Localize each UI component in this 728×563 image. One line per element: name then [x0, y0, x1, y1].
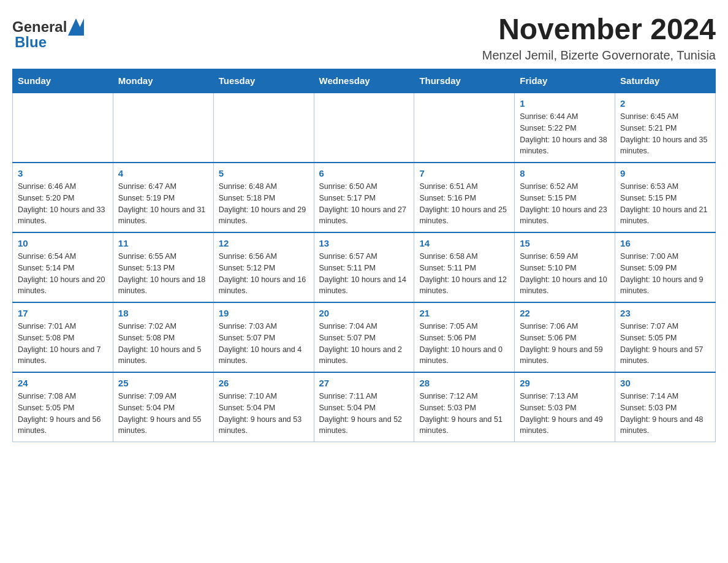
calendar-cell: 9Sunrise: 6:53 AM Sunset: 5:15 PM Daylig…: [615, 163, 716, 232]
day-number: 8: [520, 168, 610, 178]
calendar-day-header: Wednesday: [314, 69, 414, 93]
calendar-day-header: Friday: [515, 69, 615, 93]
calendar-cell: [314, 93, 414, 163]
logo-blue-text: Blue: [15, 34, 47, 50]
logo-general-text: General: [12, 19, 67, 35]
day-info: Sunrise: 7:06 AM Sunset: 5:06 PM Dayligh…: [520, 321, 610, 367]
day-number: 10: [18, 238, 108, 248]
day-info: Sunrise: 7:00 AM Sunset: 5:09 PM Dayligh…: [620, 251, 710, 297]
day-info: Sunrise: 7:02 AM Sunset: 5:08 PM Dayligh…: [118, 321, 208, 367]
calendar-cell: 22Sunrise: 7:06 AM Sunset: 5:06 PM Dayli…: [515, 302, 615, 372]
calendar-day-header: Thursday: [414, 69, 515, 93]
day-number: 6: [319, 168, 409, 178]
calendar-cell: 23Sunrise: 7:07 AM Sunset: 5:05 PM Dayli…: [615, 302, 716, 372]
day-number: 13: [319, 238, 409, 248]
day-number: 27: [319, 378, 409, 388]
day-number: 23: [620, 308, 710, 318]
day-number: 20: [319, 308, 409, 318]
calendar-cell: 1Sunrise: 6:44 AM Sunset: 5:22 PM Daylig…: [515, 93, 615, 163]
day-info: Sunrise: 6:51 AM Sunset: 5:16 PM Dayligh…: [419, 181, 509, 227]
calendar-cell: 7Sunrise: 6:51 AM Sunset: 5:16 PM Daylig…: [414, 163, 515, 232]
logo: General Blue: [12, 18, 84, 50]
day-info: Sunrise: 6:50 AM Sunset: 5:17 PM Dayligh…: [319, 181, 409, 227]
day-number: 28: [419, 378, 509, 388]
day-info: Sunrise: 7:09 AM Sunset: 5:04 PM Dayligh…: [118, 391, 208, 437]
day-number: 9: [620, 168, 710, 178]
day-number: 18: [118, 308, 208, 318]
calendar-cell: [213, 93, 314, 163]
calendar-cell: 27Sunrise: 7:11 AM Sunset: 5:04 PM Dayli…: [314, 372, 414, 442]
calendar-week-row: 24Sunrise: 7:08 AM Sunset: 5:05 PM Dayli…: [13, 372, 716, 442]
day-info: Sunrise: 6:53 AM Sunset: 5:15 PM Dayligh…: [620, 181, 710, 227]
calendar-cell: 4Sunrise: 6:47 AM Sunset: 5:19 PM Daylig…: [113, 163, 213, 232]
day-number: 14: [419, 238, 509, 248]
day-number: 26: [219, 378, 309, 388]
day-number: 12: [219, 238, 309, 248]
page-subtitle: Menzel Jemil, Bizerte Governorate, Tunis…: [482, 48, 716, 63]
day-info: Sunrise: 6:59 AM Sunset: 5:10 PM Dayligh…: [520, 251, 610, 297]
calendar-week-row: 17Sunrise: 7:01 AM Sunset: 5:08 PM Dayli…: [13, 302, 716, 372]
day-number: 11: [118, 238, 208, 248]
calendar-cell: [414, 93, 515, 163]
day-info: Sunrise: 7:01 AM Sunset: 5:08 PM Dayligh…: [18, 321, 108, 367]
calendar-cell: 3Sunrise: 6:46 AM Sunset: 5:20 PM Daylig…: [13, 163, 113, 232]
day-info: Sunrise: 7:14 AM Sunset: 5:03 PM Dayligh…: [620, 391, 710, 437]
logo-triangle-icon: [68, 18, 84, 36]
calendar-day-header: Sunday: [13, 69, 113, 93]
day-number: 22: [520, 308, 610, 318]
calendar-cell: 19Sunrise: 7:03 AM Sunset: 5:07 PM Dayli…: [213, 302, 314, 372]
day-number: 24: [18, 378, 108, 388]
day-info: Sunrise: 7:11 AM Sunset: 5:04 PM Dayligh…: [319, 391, 409, 437]
day-info: Sunrise: 6:46 AM Sunset: 5:20 PM Dayligh…: [18, 181, 108, 227]
calendar-cell: 30Sunrise: 7:14 AM Sunset: 5:03 PM Dayli…: [615, 372, 716, 442]
calendar-cell: 18Sunrise: 7:02 AM Sunset: 5:08 PM Dayli…: [113, 302, 213, 372]
calendar-cell: 12Sunrise: 6:56 AM Sunset: 5:12 PM Dayli…: [213, 232, 314, 302]
day-info: Sunrise: 7:04 AM Sunset: 5:07 PM Dayligh…: [319, 321, 409, 367]
day-info: Sunrise: 6:48 AM Sunset: 5:18 PM Dayligh…: [219, 181, 309, 227]
day-info: Sunrise: 7:10 AM Sunset: 5:04 PM Dayligh…: [219, 391, 309, 437]
calendar-cell: 16Sunrise: 7:00 AM Sunset: 5:09 PM Dayli…: [615, 232, 716, 302]
day-number: 3: [18, 168, 108, 178]
calendar-cell: 20Sunrise: 7:04 AM Sunset: 5:07 PM Dayli…: [314, 302, 414, 372]
day-number: 17: [18, 308, 108, 318]
calendar-day-header: Saturday: [615, 69, 716, 93]
calendar-table: SundayMondayTuesdayWednesdayThursdayFrid…: [12, 69, 716, 442]
day-info: Sunrise: 6:45 AM Sunset: 5:21 PM Dayligh…: [620, 111, 710, 157]
day-info: Sunrise: 6:55 AM Sunset: 5:13 PM Dayligh…: [118, 251, 208, 297]
calendar-cell: [13, 93, 113, 163]
day-info: Sunrise: 7:05 AM Sunset: 5:06 PM Dayligh…: [419, 321, 509, 367]
calendar-cell: 26Sunrise: 7:10 AM Sunset: 5:04 PM Dayli…: [213, 372, 314, 442]
day-number: 16: [620, 238, 710, 248]
day-info: Sunrise: 7:03 AM Sunset: 5:07 PM Dayligh…: [219, 321, 309, 367]
calendar-cell: 24Sunrise: 7:08 AM Sunset: 5:05 PM Dayli…: [13, 372, 113, 442]
calendar-cell: 13Sunrise: 6:57 AM Sunset: 5:11 PM Dayli…: [314, 232, 414, 302]
day-number: 4: [118, 168, 208, 178]
day-info: Sunrise: 6:54 AM Sunset: 5:14 PM Dayligh…: [18, 251, 108, 297]
day-info: Sunrise: 6:56 AM Sunset: 5:12 PM Dayligh…: [219, 251, 309, 297]
calendar-cell: 29Sunrise: 7:13 AM Sunset: 5:03 PM Dayli…: [515, 372, 615, 442]
day-number: 21: [419, 308, 509, 318]
calendar-week-row: 10Sunrise: 6:54 AM Sunset: 5:14 PM Dayli…: [13, 232, 716, 302]
day-info: Sunrise: 6:52 AM Sunset: 5:15 PM Dayligh…: [520, 181, 610, 227]
calendar-cell: 25Sunrise: 7:09 AM Sunset: 5:04 PM Dayli…: [113, 372, 213, 442]
day-number: 19: [219, 308, 309, 318]
calendar-day-header: Monday: [113, 69, 213, 93]
day-info: Sunrise: 7:07 AM Sunset: 5:05 PM Dayligh…: [620, 321, 710, 367]
day-number: 29: [520, 378, 610, 388]
day-number: 1: [520, 98, 610, 109]
calendar-cell: 2Sunrise: 6:45 AM Sunset: 5:21 PM Daylig…: [615, 93, 716, 163]
day-info: Sunrise: 6:57 AM Sunset: 5:11 PM Dayligh…: [319, 251, 409, 297]
calendar-header-row: SundayMondayTuesdayWednesdayThursdayFrid…: [13, 69, 716, 93]
calendar-cell: 10Sunrise: 6:54 AM Sunset: 5:14 PM Dayli…: [13, 232, 113, 302]
calendar-cell: 8Sunrise: 6:52 AM Sunset: 5:15 PM Daylig…: [515, 163, 615, 232]
calendar-cell: 14Sunrise: 6:58 AM Sunset: 5:11 PM Dayli…: [414, 232, 515, 302]
day-number: 7: [419, 168, 509, 178]
day-info: Sunrise: 7:12 AM Sunset: 5:03 PM Dayligh…: [419, 391, 509, 437]
day-info: Sunrise: 7:08 AM Sunset: 5:05 PM Dayligh…: [18, 391, 108, 437]
day-number: 15: [520, 238, 610, 248]
calendar-cell: 6Sunrise: 6:50 AM Sunset: 5:17 PM Daylig…: [314, 163, 414, 232]
calendar-cell: [113, 93, 213, 163]
calendar-day-header: Tuesday: [213, 69, 314, 93]
calendar-cell: 5Sunrise: 6:48 AM Sunset: 5:18 PM Daylig…: [213, 163, 314, 232]
title-area: November 2024 Menzel Jemil, Bizerte Gove…: [482, 12, 716, 63]
